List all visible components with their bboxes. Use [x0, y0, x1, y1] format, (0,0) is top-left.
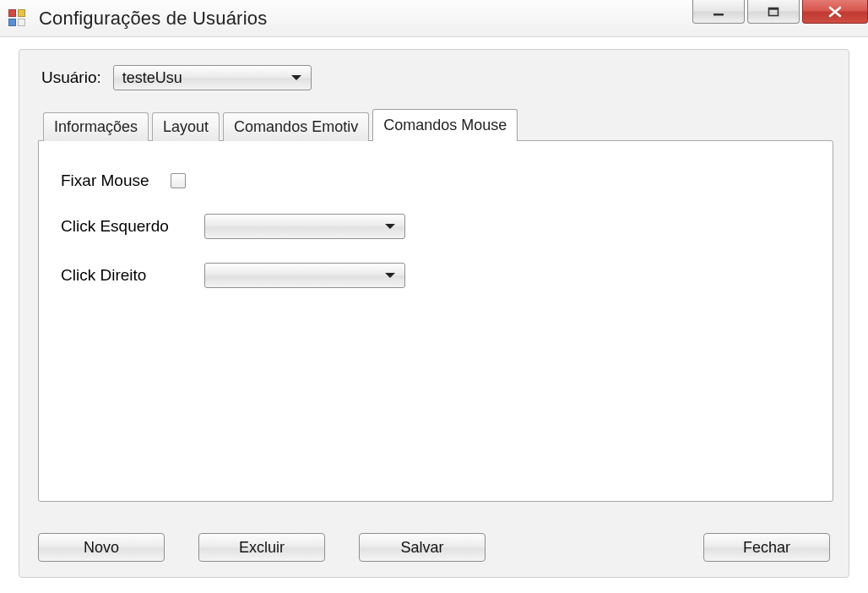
tab-strip: Informações Layout Comandos Emotiv Coman… — [38, 109, 833, 141]
user-combobox[interactable]: testeUsu — [113, 65, 312, 90]
chevron-down-icon — [384, 271, 396, 280]
novo-button[interactable]: Novo — [38, 533, 165, 562]
row-click-esquerdo: Click Esquerdo — [61, 214, 811, 239]
click-esquerdo-combobox[interactable] — [204, 214, 405, 239]
button-label: Excluir — [239, 539, 285, 557]
window-buttons — [690, 0, 868, 25]
main-panel: Usuário: testeUsu Informações Layout Com… — [19, 49, 849, 578]
fixar-mouse-checkbox[interactable] — [171, 173, 186, 188]
tab-label: Informações — [54, 118, 138, 136]
button-label: Fechar — [743, 539, 790, 557]
tab-label: Comandos Mouse — [383, 117, 507, 134]
tab-comandos-mouse[interactable]: Comandos Mouse — [372, 109, 518, 141]
close-button[interactable] — [802, 0, 868, 24]
tab-label: Layout — [163, 118, 209, 136]
tab-layout[interactable]: Layout — [152, 112, 220, 141]
fechar-button[interactable]: Fechar — [703, 533, 830, 562]
client-area: Usuário: testeUsu Informações Layout Com… — [0, 37, 868, 588]
fixar-mouse-label: Fixar Mouse — [61, 171, 171, 190]
app-icon — [8, 9, 27, 28]
button-label: Novo — [84, 539, 119, 557]
chevron-down-icon — [384, 222, 396, 231]
window-title: Configurações de Usuários — [39, 8, 267, 30]
excluir-button[interactable]: Excluir — [198, 533, 325, 562]
svg-rect-0 — [713, 14, 724, 16]
tab-label: Comandos Emotiv — [234, 118, 358, 136]
user-label: Usuário: — [41, 68, 101, 87]
user-combobox-value: testeUsu — [122, 69, 182, 87]
click-direito-label: Click Direito — [61, 266, 204, 285]
chevron-down-icon — [290, 73, 302, 82]
click-esquerdo-label: Click Esquerdo — [61, 217, 204, 236]
tab-informacoes[interactable]: Informações — [43, 112, 149, 141]
maximize-button[interactable] — [747, 0, 800, 24]
svg-rect-2 — [769, 8, 778, 9]
row-click-direito: Click Direito — [61, 263, 811, 288]
click-direito-combobox[interactable] — [204, 263, 405, 288]
titlebar: Configurações de Usuários — [0, 0, 868, 37]
button-label: Salvar — [400, 539, 443, 557]
salvar-button[interactable]: Salvar — [359, 533, 486, 562]
tab-body-comandos-mouse: Fixar Mouse Click Esquerdo Click Direito — [38, 140, 833, 502]
row-fixar-mouse: Fixar Mouse — [61, 171, 811, 190]
user-row: Usuário: testeUsu — [38, 65, 833, 90]
tab-comandos-emotiv[interactable]: Comandos Emotiv — [223, 112, 369, 141]
button-row: Novo Excluir Salvar Fechar — [38, 533, 830, 562]
minimize-button[interactable] — [692, 0, 745, 24]
